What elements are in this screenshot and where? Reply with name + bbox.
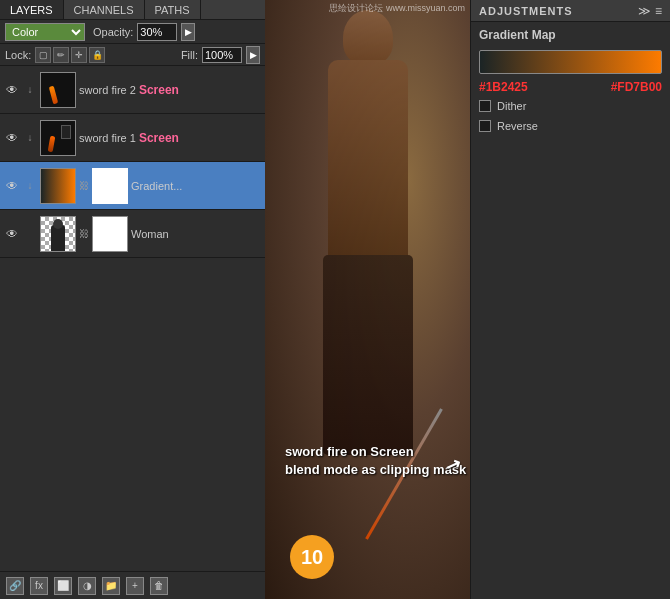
photo-area: sword fire on Screen blend mode as clipp…	[265, 0, 470, 599]
lock-position-btn[interactable]: ✛	[71, 47, 87, 63]
group-btn[interactable]: 📁	[102, 577, 120, 595]
opacity-input[interactable]	[137, 23, 177, 41]
dither-checkbox[interactable]	[479, 100, 491, 112]
layer-mode-sf1: Screen	[139, 131, 179, 145]
lock-label: Lock:	[5, 49, 31, 61]
fill-label: Fill:	[181, 49, 198, 61]
gradient-bar[interactable]	[479, 50, 662, 74]
layer-mode-sf2: Screen	[139, 83, 179, 97]
layer-arrow-woman	[23, 227, 37, 241]
layers-toolbar: 🔗 fx ⬜ ◑ 📁 + 🗑	[0, 571, 265, 599]
layer-info-sf1: sword fire 1 Screen	[79, 131, 261, 145]
fill-arrow[interactable]: ▶	[246, 46, 260, 64]
fill-input[interactable]	[202, 47, 242, 63]
layer-eye-grad[interactable]: 👁	[4, 178, 20, 194]
layer-info-woman: Woman	[131, 228, 261, 240]
dither-label: Dither	[497, 100, 526, 112]
grad-color-left: #1B2425	[479, 80, 528, 94]
adj-icons: ≫ ≡	[638, 4, 662, 18]
reverse-row: Reverse	[471, 116, 670, 136]
layer-style-btn[interactable]: fx	[30, 577, 48, 595]
left-panel: LAYERS CHANNELS PATHS Color Normal Scree…	[0, 0, 265, 599]
adj-title: ADJUSTMENTS	[479, 5, 573, 17]
grad-color-right: #FD7B00	[611, 80, 662, 94]
adj-expand-btn[interactable]: ≫	[638, 4, 651, 18]
layer-thumb-woman	[40, 216, 76, 252]
opacity-arrow[interactable]: ▶	[181, 23, 195, 41]
opacity-label: Opacity:	[93, 26, 133, 38]
lock-row: Lock: ▢ ✏ ✛ 🔒 Fill: ▶	[0, 44, 265, 66]
layer-name-sf2: sword fire 2 Screen	[79, 83, 261, 97]
layer-mask-woman	[92, 216, 128, 252]
layers-list: 👁 ↓ sword fire 2 Screen 👁 ↓	[0, 66, 265, 571]
gradient-colors: #1B2425 #FD7B00	[471, 78, 670, 96]
blend-row: Color Normal Screen Multiply Opacity: ▶	[0, 20, 265, 44]
annotation-text: sword fire on Screen blend mode as clipp…	[285, 443, 466, 479]
dither-row: Dither	[471, 96, 670, 116]
layer-name-grad: Gradient...	[131, 180, 261, 192]
layer-name-sf1: sword fire 1 Screen	[79, 131, 261, 145]
lock-transparent-btn[interactable]: ▢	[35, 47, 51, 63]
delete-layer-btn[interactable]: 🗑	[150, 577, 168, 595]
layer-gradient[interactable]: 👁 ↓ ⛓ Gradient...	[0, 162, 265, 210]
adj-subtitle: Gradient Map	[471, 22, 670, 46]
layer-eye-sf2[interactable]: 👁	[4, 82, 20, 98]
watermark: 思绘设计论坛 www.missyuan.com	[329, 2, 465, 15]
layer-arrow-sf2: ↓	[23, 83, 37, 97]
reverse-checkbox[interactable]	[479, 120, 491, 132]
adj-header: ADJUSTMENTS ≫ ≡	[471, 0, 670, 22]
layer-thumb-sf1	[40, 120, 76, 156]
tabs-row: LAYERS CHANNELS PATHS	[0, 0, 265, 20]
tab-paths[interactable]: PATHS	[145, 0, 201, 19]
reverse-label: Reverse	[497, 120, 538, 132]
right-panel: ADJUSTMENTS ≫ ≡ Gradient Map #1B2425 #FD…	[470, 0, 670, 599]
adj-menu-btn[interactable]: ≡	[655, 4, 662, 18]
layer-woman[interactable]: 👁 ⛓ Woman	[0, 210, 265, 258]
layer-eye-woman[interactable]: 👁	[4, 226, 20, 242]
layer-thumb-sf2	[40, 72, 76, 108]
new-layer-btn[interactable]: +	[126, 577, 144, 595]
tab-layers[interactable]: LAYERS	[0, 0, 64, 19]
layer-mask-grad	[92, 168, 128, 204]
layer-arrow-sf1: ↓	[23, 131, 37, 145]
layer-sword-fire-1[interactable]: 👁 ↓ sword fire 1 Screen	[0, 114, 265, 162]
add-mask-btn[interactable]: ⬜	[54, 577, 72, 595]
lock-icons: ▢ ✏ ✛ 🔒	[35, 47, 105, 63]
lock-all-btn[interactable]: 🔒	[89, 47, 105, 63]
layer-arrow-grad: ↓	[23, 179, 37, 193]
link-layers-btn[interactable]: 🔗	[6, 577, 24, 595]
tab-channels[interactable]: CHANNELS	[64, 0, 145, 19]
layer-info-grad: Gradient...	[131, 180, 261, 192]
layer-eye-sf1[interactable]: 👁	[4, 130, 20, 146]
layer-thumb-grad	[40, 168, 76, 204]
layer-chain-grad: ⛓	[79, 176, 89, 196]
adjustment-btn[interactable]: ◑	[78, 577, 96, 595]
layer-name-woman: Woman	[131, 228, 261, 240]
layer-chain-woman: ⛓	[79, 224, 89, 244]
blend-mode-select[interactable]: Color Normal Screen Multiply	[5, 23, 85, 41]
layer-sword-fire-2[interactable]: 👁 ↓ sword fire 2 Screen	[0, 66, 265, 114]
step-circle: 10	[290, 535, 334, 579]
lock-pixels-btn[interactable]: ✏	[53, 47, 69, 63]
layer-info-sf2: sword fire 2 Screen	[79, 83, 261, 97]
main-container: LAYERS CHANNELS PATHS Color Normal Scree…	[0, 0, 670, 599]
